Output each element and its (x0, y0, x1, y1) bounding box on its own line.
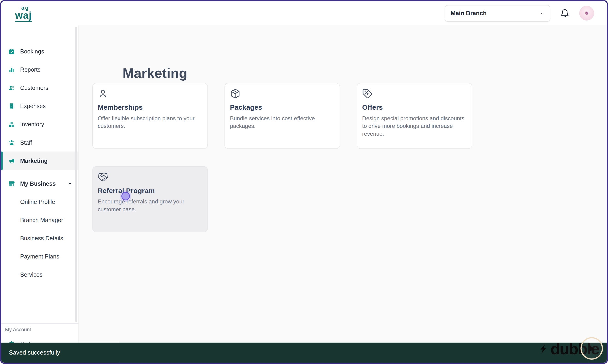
sidebar-item-label: Staff (20, 139, 32, 146)
sidebar-item-branch-manager[interactable]: Branch Manager (1, 211, 78, 229)
chevron-down-icon (539, 10, 544, 16)
card-description: Encourage referrals and grow your custom… (98, 198, 202, 213)
sidebar-item-payment-plans[interactable]: Payment Plans (1, 247, 78, 265)
sidebar-item-label: Inventory (20, 121, 44, 128)
dubble-watermark: dubble (538, 339, 599, 359)
sidebar: Bookings Reports Customers Expenses Inve… (1, 25, 79, 363)
sidebar-divider (1, 323, 78, 324)
card-description: Bundle services into cost-effective pack… (230, 114, 335, 130)
bell-icon (560, 9, 569, 18)
inventory-boxes-icon (8, 121, 15, 128)
sidebar-item-label: Reports (20, 66, 40, 73)
sidebar-item-label: Bookings (20, 48, 44, 55)
main-content: Marketing Memberships Offer flexible sub… (79, 25, 607, 363)
staff-icon (8, 139, 15, 146)
storefront-icon (8, 180, 15, 187)
sidebar-item-customers[interactable]: Customers (1, 79, 78, 97)
sidebar-item-label: My Business (20, 180, 55, 187)
mouse-pointer-icon (587, 344, 596, 353)
sidebar-scrollbar[interactable] (75, 27, 77, 322)
card-title: Offers (362, 104, 467, 112)
package-icon (230, 89, 240, 99)
sub-item-label: Online Profile (20, 198, 55, 205)
top-header: ag waj Main Branch ❁ (1, 1, 607, 25)
avatar-emblem-icon: ❁ (585, 11, 589, 16)
brand-logo-top-text: ag (21, 5, 32, 10)
toast: Saved successfully (1, 343, 607, 363)
receipt-icon (8, 103, 15, 109)
my-account-label: My Account (5, 327, 78, 332)
card-memberships[interactable]: Memberships Offer flexible subscription … (92, 83, 208, 149)
sub-item-label: Branch Manager (20, 217, 63, 223)
card-referral-program[interactable]: Referral Program Encourage referrals and… (92, 166, 208, 232)
sidebar-item-label: Marketing (20, 157, 48, 164)
sub-item-label: Services (20, 271, 42, 278)
sub-item-label: Payment Plans (20, 253, 59, 260)
card-description: Offer flexible subscription plans to you… (98, 114, 202, 130)
brand-logo[interactable]: ag waj (15, 5, 32, 21)
customers-icon (8, 84, 15, 91)
branch-selector[interactable]: Main Branch (445, 5, 550, 21)
chevron-down-icon (67, 181, 73, 186)
card-title: Memberships (98, 104, 202, 112)
bolt-icon (537, 342, 550, 355)
sidebar-item-label: Expenses (20, 103, 46, 109)
brand-logo-bottom-text: waj (15, 10, 32, 22)
sidebar-item-online-profile[interactable]: Online Profile (1, 193, 78, 211)
notifications-button[interactable] (560, 9, 569, 18)
sidebar-item-inventory[interactable]: Inventory (1, 115, 78, 133)
toast-message: Saved successfully (9, 349, 60, 356)
card-packages[interactable]: Packages Bundle services into cost-effec… (225, 83, 340, 149)
sub-item-label: Business Details (20, 235, 63, 242)
cursor-indicator (121, 192, 130, 200)
app-window: ag waj Main Branch ❁ Bookings Reports (0, 0, 608, 364)
handshake-icon (98, 172, 108, 182)
cursor-ring (581, 337, 603, 360)
sidebar-item-expenses[interactable]: Expenses (1, 97, 78, 115)
header-actions: Main Branch ❁ (445, 5, 594, 21)
sidebar-item-label: Customers (20, 85, 48, 91)
card-description: Design special promotions and discounts … (362, 114, 467, 138)
sidebar-item-staff[interactable]: Staff (1, 133, 78, 152)
sidebar-item-marketing[interactable]: Marketing (1, 152, 78, 170)
page-title: Marketing (123, 65, 187, 81)
sidebar-item-bookings[interactable]: Bookings (1, 42, 78, 60)
sidebar-item-reports[interactable]: Reports (1, 60, 78, 78)
branch-selector-value: Main Branch (450, 10, 487, 17)
megaphone-icon (8, 157, 15, 164)
sidebar-nav: Bookings Reports Customers Expenses Inve… (1, 25, 78, 284)
bar-chart-icon (8, 66, 15, 73)
calendar-check-icon (8, 48, 15, 55)
person-icon (98, 89, 108, 99)
sidebar-item-my-business[interactable]: My Business (1, 174, 78, 193)
sidebar-item-business-details[interactable]: Business Details (1, 229, 78, 247)
card-offers[interactable]: Offers Design special promotions and dis… (357, 83, 472, 149)
card-title: Referral Program (98, 187, 202, 195)
user-avatar[interactable]: ❁ (580, 6, 594, 21)
tag-percent-icon (362, 89, 372, 99)
card-title: Packages (230, 104, 335, 112)
marketing-cards-grid: Memberships Offer flexible subscription … (92, 83, 472, 232)
sidebar-item-services[interactable]: Services (1, 265, 78, 284)
